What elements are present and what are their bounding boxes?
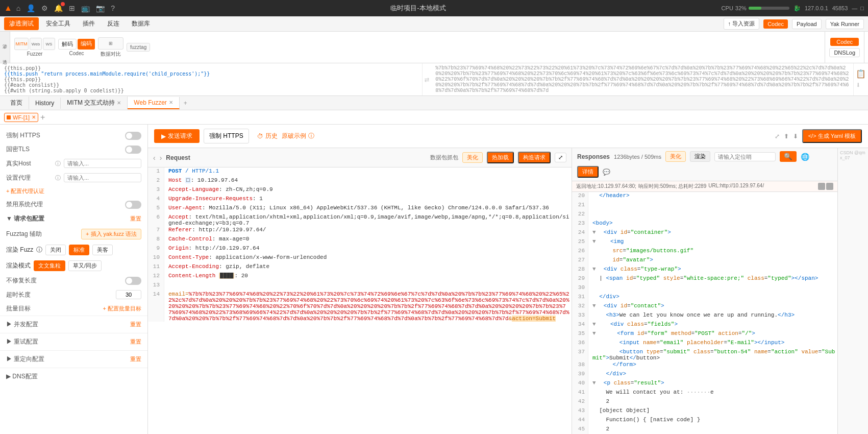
mitm-icon[interactable]: MITM (14, 38, 29, 50)
timeout-input[interactable] (116, 290, 141, 299)
hotload-btn[interactable]: 热加载 (487, 152, 514, 163)
disable-proxy-toggle[interactable] (125, 201, 141, 209)
set-proxy-help[interactable]: ⓘ (55, 174, 61, 182)
proxy-auth-link[interactable]: + 配置代理认证 (6, 187, 44, 195)
maximize-btn[interactable]: □ (860, 5, 864, 11)
data-compare-icon[interactable]: ⊞ (98, 37, 123, 50)
decode-btn[interactable]: 解码 (58, 39, 77, 50)
codec-btn[interactable]: Codec (763, 19, 788, 29)
redirect-reset[interactable]: 重置 (130, 355, 141, 363)
redirect-header[interactable]: ▶ 重定向配置 重置 (0, 351, 147, 368)
tab-history[interactable]: History (29, 98, 61, 109)
settings-icon[interactable]: ⚙ (41, 4, 48, 12)
web-icon[interactable]: Web (30, 38, 42, 50)
beautify-request-btn[interactable]: 美化 (462, 152, 483, 163)
strip-item-2[interactable]: 透 (1, 50, 9, 63)
dns-header[interactable]: ▶ DNS配置 (0, 368, 147, 385)
user-icon[interactable]: 👤 (27, 4, 35, 12)
yakrunner-btn[interactable]: Yak Runner (826, 19, 864, 29)
next-request-btn[interactable]: › (160, 154, 162, 162)
menu-security-tools[interactable]: 安全工具 (41, 17, 76, 30)
prev-request-btn[interactable]: ‹ (153, 154, 156, 162)
menu-database[interactable]: 数据库 (127, 17, 155, 30)
bell-icon[interactable]: 🔔 (54, 4, 63, 12)
request-config-reset[interactable]: 重置 (130, 215, 141, 223)
right-dnslog-btn[interactable]: DNSLog (829, 48, 860, 57)
payload-btn[interactable]: Payload (792, 19, 822, 29)
render-crosstext-btn[interactable]: 文文集粒 (34, 260, 65, 271)
encode-btn[interactable]: 编码 (78, 39, 95, 50)
browser-icon[interactable]: 🌐 (801, 153, 809, 161)
search-response-btn[interactable]: 🔍 (780, 151, 797, 162)
ws-icon[interactable]: WS (43, 38, 55, 50)
collapse-28[interactable]: ▼ (592, 266, 596, 272)
apps-icon[interactable]: ⊞ (69, 4, 75, 12)
tab-mitm[interactable]: MITM 交互式劫持 ✕ (61, 97, 128, 109)
expand-btn[interactable]: ⤢ (555, 153, 566, 162)
home-icon[interactable]: ⌂ (16, 4, 20, 12)
share-icon[interactable]: ⤢ (775, 133, 780, 140)
request-config-header[interactable]: ▼ 请求包配置 重置 (0, 211, 147, 226)
tab-webfuzzer[interactable]: Web Fuzzer ✕ (128, 97, 179, 109)
collapse-35[interactable]: ▼ (592, 330, 596, 336)
tab-home[interactable]: 首页 (4, 97, 29, 109)
generate-yaml-btn[interactable]: </> 生成 Yaml 模板 (802, 129, 862, 143)
insert-fuzztag-btn[interactable]: + 插入 yak.fuzz 语法 (81, 229, 141, 239)
render-grass-btn[interactable]: 草又/同步 (68, 260, 102, 271)
sm-tls-toggle[interactable] (125, 146, 141, 154)
response-code-area[interactable]: 20 </header> 21 22 23 <body> (572, 192, 837, 434)
menu-reversal[interactable]: 反连 (102, 17, 125, 30)
fuzz-render-help[interactable]: ⓘ (36, 246, 42, 254)
set-proxy-input[interactable] (64, 173, 141, 182)
fuzz-merge-btn[interactable]: 美客 (92, 245, 113, 255)
retry-header[interactable]: ▶ 重试配置 重置 (0, 333, 147, 350)
retry-reset[interactable]: 重置 (130, 338, 141, 346)
import-resource-btn[interactable]: ↑ 导入资源 (724, 18, 760, 30)
tab-webfuzzer-close[interactable]: ✕ (169, 100, 173, 105)
download-icon[interactable]: ⬇ (856, 80, 866, 90)
capture-label[interactable]: 数据包抓包 (430, 154, 458, 161)
strip-item-1[interactable]: 渗 (1, 34, 9, 47)
download-icon2[interactable]: ⬇ (793, 133, 798, 140)
comment-icon[interactable]: 💬 (603, 168, 610, 176)
real-host-input[interactable] (64, 159, 141, 168)
concurrency-header[interactable]: ▶ 并发配置 重置 (0, 316, 147, 333)
menu-pentest[interactable]: 渗透测试 (4, 17, 39, 30)
upload-icon[interactable]: ⬆ (784, 133, 789, 140)
camera-icon[interactable]: 📷 (96, 4, 105, 12)
tab-mitm-close[interactable]: ✕ (117, 100, 121, 106)
collapse-25[interactable]: ▼ (592, 238, 596, 245)
batch-target-link[interactable]: + 配置批量目标 (103, 305, 141, 312)
collapse-34[interactable]: ▼ (592, 321, 596, 327)
fuzz-close-btn[interactable]: 关闭 (45, 245, 66, 255)
render-btn[interactable]: 渲染 (690, 151, 710, 162)
wf-tab-active[interactable]: WF-[1] ✕ (4, 113, 38, 122)
no-fix-len-toggle[interactable] (125, 277, 141, 285)
collapse-40[interactable]: ▼ (592, 380, 596, 386)
tab-add-btn[interactable]: + (180, 98, 191, 109)
monitor-icon[interactable]: 📺 (81, 4, 90, 12)
detail-btn[interactable]: 详情 (577, 166, 599, 178)
search-response-input[interactable] (714, 152, 776, 161)
force-https-toggle[interactable] (125, 132, 141, 140)
demo-link[interactable]: 原破示例 ⓘ (282, 132, 314, 140)
wf-tab-add[interactable]: + (40, 113, 45, 122)
history-link[interactable]: ⏱ 历史 (257, 132, 278, 140)
minimize-btn[interactable]: — (852, 5, 857, 11)
help-icon[interactable]: ? (111, 4, 115, 12)
collapse-32[interactable]: ▼ (592, 303, 596, 309)
wf-tab-close[interactable]: ✕ (32, 114, 36, 120)
real-host-help[interactable]: ⓘ (55, 160, 61, 167)
send-request-btn[interactable]: ▶ 发送请求 (154, 129, 200, 143)
fuzztag-icon[interactable]: fuzztag (127, 43, 150, 52)
template-sync-icon[interactable]: ⇄ (423, 63, 432, 95)
collapse-24[interactable]: ▼ (592, 229, 596, 235)
restructure-btn[interactable]: 构造请求 (518, 152, 551, 163)
force-https-btn[interactable]: 强制 HTTPS (204, 129, 249, 143)
menu-plugins[interactable]: 插件 (78, 17, 100, 30)
fuzz-standard-btn[interactable]: 标准 (69, 245, 89, 255)
beautify-response-btn[interactable]: 美化 (665, 151, 686, 162)
right-codec-btn[interactable]: Codec (830, 38, 859, 46)
copy-icon[interactable]: 📋 (856, 69, 866, 79)
concurrency-reset[interactable]: 重置 (130, 321, 141, 328)
